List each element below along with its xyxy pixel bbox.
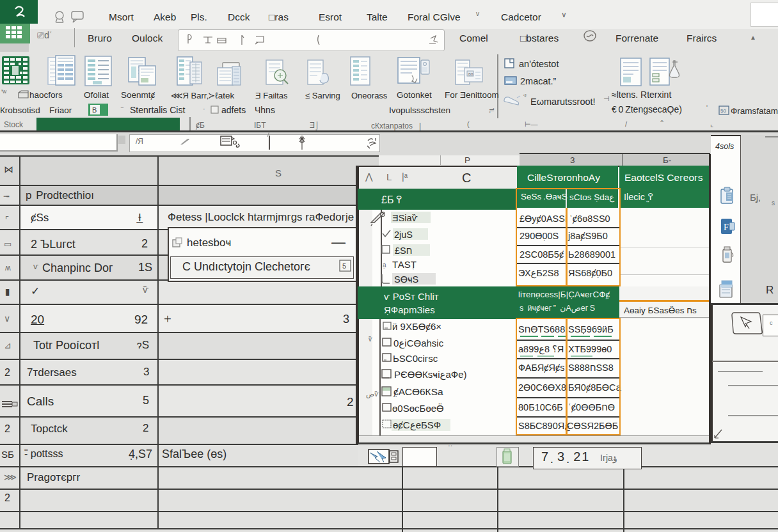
- svg-text:5: 5: [342, 262, 346, 270]
- svg-text:F: F: [724, 223, 729, 232]
- svg-text:B8: B8: [468, 72, 473, 76]
- svg-text:50: 50: [720, 108, 726, 114]
- svg-text:B: B: [92, 106, 97, 114]
